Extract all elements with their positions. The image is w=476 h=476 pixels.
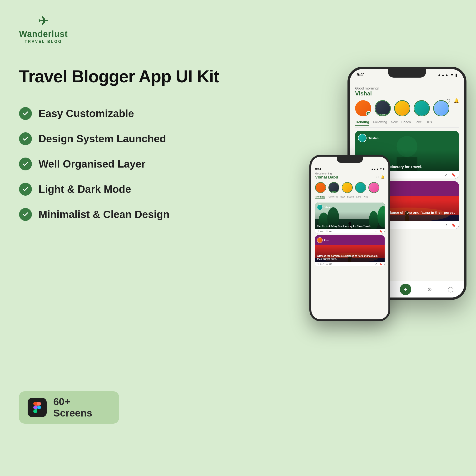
plane-icon: ✈: [38, 14, 49, 28]
check-icon-dark-mode: [19, 183, 32, 196]
tab-hills[interactable]: Hills: [425, 120, 432, 126]
author-avatar-1: [358, 134, 367, 142]
ps-story-2[interactable]: LIVE: [328, 182, 340, 193]
ps-comments-2: 💬 647: [326, 263, 332, 265]
share-icon-2[interactable]: ↗: [445, 223, 448, 227]
feature-text-clean-design: Minimalist & Clean Design: [38, 208, 170, 221]
phone-large-notch: [388, 69, 426, 78]
live-badge: LIVE: [379, 114, 387, 116]
ps-bookmark-icon-2[interactable]: 🔖: [379, 263, 382, 265]
feature-item-design-system: Design System Launched: [19, 132, 170, 145]
phone-large-greeting: Good morning!: [355, 86, 459, 90]
story-avatar-live[interactable]: LIVE: [374, 100, 391, 116]
phone-small-time: 9:41: [315, 167, 321, 171]
ps-post-2[interactable]: Peter Witness the harmonious balance of …: [315, 235, 385, 266]
figma-icon: [28, 398, 47, 417]
figma-badge: 60+ Screens: [19, 391, 119, 424]
ps-post-1[interactable]: Tristan The Perfect 3-Day Goa Itinerary …: [315, 203, 385, 234]
story-avatar-3[interactable]: [394, 100, 410, 116]
tab-lake[interactable]: Lake: [415, 120, 422, 126]
ps-tab-hills[interactable]: Hills: [364, 195, 368, 199]
check-icon-customizable: [19, 107, 32, 120]
ps-author-name-1: Tristan: [324, 206, 331, 208]
phone-small-status-bar: 9:41 ▲▲▲ ▼ ▮: [315, 167, 385, 171]
nav-add-button[interactable]: +: [400, 284, 411, 295]
notification-icon[interactable]: 🔔: [454, 98, 459, 103]
story-add-button[interactable]: +: [355, 100, 371, 116]
tab-new[interactable]: New: [391, 120, 397, 126]
ps-tab-following[interactable]: Following: [327, 195, 338, 199]
ps-wifi-icon: ▼: [380, 168, 382, 170]
phone-small: 9:41 ▲▲▲ ▼ ▮ Good morning! Vishal Babu ⬡…: [309, 155, 390, 321]
check-icon-design-system: [19, 132, 32, 145]
tab-beach[interactable]: Beach: [401, 120, 411, 126]
feature-text-dark-mode: Light & Dark Mode: [38, 183, 131, 195]
feature-text-customizable: Easy Customizable: [38, 108, 134, 119]
phone-large-stories: + LIVE: [355, 100, 459, 116]
ps-story-1[interactable]: [315, 182, 326, 193]
ps-post-title-2: Witness the harmonious balance of flora …: [317, 255, 383, 261]
phone-large-tabs: Trending Following New Beach Lake Hills: [355, 120, 459, 128]
brand-subtitle: TRAVEL BLOG: [25, 39, 62, 44]
ps-author-1: Tristan: [317, 204, 331, 210]
tab-trending[interactable]: Trending: [355, 120, 369, 126]
phone-large-time: 9:41: [357, 72, 365, 77]
tab-following[interactable]: Following: [373, 120, 387, 126]
feature-text-design-system: Design System Launched: [38, 133, 166, 145]
ps-signal-icon: ▲▲▲: [371, 168, 379, 170]
ps-notification-icon[interactable]: 🔔: [381, 175, 385, 179]
bookmark-icon-1[interactable]: 🔖: [452, 173, 456, 177]
nav-profile-icon[interactable]: ◯: [448, 286, 454, 292]
ps-live-badge: LIVE: [331, 191, 336, 193]
phone-small-content: 9:41 ▲▲▲ ▼ ▮ Good morning! Vishal Babu ⬡…: [311, 165, 389, 319]
feature-text-organised: Well Organised Layer: [38, 158, 145, 170]
story-avatar-4[interactable]: [414, 100, 430, 116]
ps-likes-1: ♡ 6,447: [318, 230, 324, 232]
feature-item-clean-design: Minimalist & Clean Design: [19, 208, 170, 221]
features-list: Easy Customizable Design System Launched…: [19, 107, 170, 221]
ps-compose-icon[interactable]: ⬡: [376, 175, 378, 179]
ps-tab-lake[interactable]: Lake: [356, 195, 361, 199]
bookmark-icon-2[interactable]: 🔖: [452, 223, 456, 227]
ps-battery-icon: ▮: [383, 167, 385, 170]
wifi-icon: ▼: [450, 73, 454, 77]
ps-tab-trending[interactable]: Trending: [315, 195, 325, 199]
ps-comment-icon-2: 💬: [326, 263, 328, 265]
page-title: Travel Blogger App UI Kit: [19, 67, 219, 86]
phone-small-header-actions: ⬡ 🔔: [376, 175, 385, 179]
ps-story-4[interactable]: [355, 182, 366, 193]
phone-small-stories: LIVE: [315, 182, 385, 193]
ps-tab-beach[interactable]: Beach: [347, 195, 354, 199]
ps-author-name-2: Peter: [324, 239, 330, 241]
ps-tab-new[interactable]: New: [340, 195, 345, 199]
signal-icon: ▲▲▲: [438, 73, 449, 77]
battery-icon: ▮: [455, 73, 458, 77]
feature-item-customizable: Easy Customizable: [19, 107, 170, 120]
phone-small-tabs: Trending Following New Beach Lake Hills: [315, 195, 385, 200]
ps-share-icon-2[interactable]: ↗: [375, 263, 377, 265]
phone-large-status-icons: ▲▲▲ ▼ ▮: [438, 73, 458, 77]
feature-item-dark-mode: Light & Dark Mode: [19, 183, 170, 196]
author-name-1: Tristan: [368, 136, 379, 140]
ps-share-icon-1[interactable]: ↗: [375, 230, 377, 233]
check-icon-organised: [19, 157, 32, 170]
story-avatar-5[interactable]: [433, 100, 449, 116]
ps-post-title-1: The Perfect 3-Day Goa Itinerary for Slow…: [317, 225, 383, 228]
ps-heart-icon-2: ♡: [318, 263, 319, 265]
ps-story-5[interactable]: [368, 182, 379, 193]
check-icon-clean-design: [19, 208, 32, 221]
ps-post-footer-1: ♡ 6,447 💬 647 ↗ 🔖: [315, 229, 385, 234]
ps-author-avatar-1: [317, 204, 323, 210]
phone-large-username: Vishal: [355, 90, 459, 97]
share-icon-1[interactable]: ↗: [445, 173, 448, 177]
screens-count: 60+ Screens: [53, 396, 110, 419]
ps-bookmark-icon-1[interactable]: 🔖: [379, 230, 382, 233]
phone-small-greeting: Good morning!: [315, 172, 385, 175]
phone-small-status-icons: ▲▲▲ ▼ ▮: [371, 167, 385, 170]
ps-story-3[interactable]: [342, 182, 353, 193]
phone-small-username: Vishal Babu: [315, 175, 385, 180]
feature-item-organised: Well Organised Layer: [19, 157, 170, 170]
brand-name: Wanderlust: [19, 29, 68, 39]
nav-people-icon[interactable]: ⊛: [427, 286, 432, 292]
ps-post-footer-2: ♡ 6,447 💬 647 ↗ 🔖: [315, 262, 385, 266]
